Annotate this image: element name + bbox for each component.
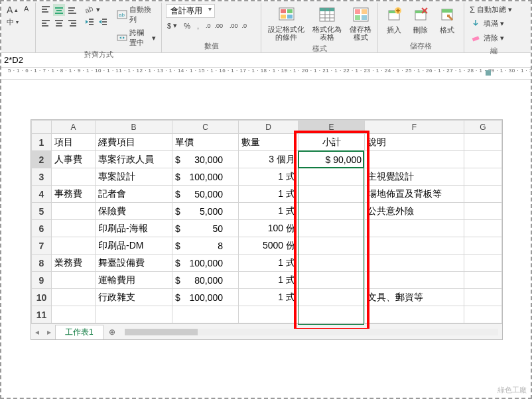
orientation-button[interactable]: ab▾ [84,4,109,15]
decrease-indent-icon[interactable] [84,16,96,28]
cell[interactable] [365,151,464,168]
format-as-table-button[interactable]: 格式化為 表格 [310,4,344,42]
cell-styles-button[interactable]: 儲存格 樣式 [347,4,374,42]
cell[interactable] [464,272,502,289]
cell[interactable] [299,255,365,272]
cell[interactable]: 1 式 [239,289,299,306]
cell[interactable]: 數量 [239,134,299,151]
table-row[interactable]: 10行政雜支$100,0001 式文具、郵資等 [32,289,502,306]
cell[interactable] [464,168,502,186]
cell[interactable]: 場地佈置及背板等 [365,186,464,203]
col-A[interactable]: A [52,121,96,134]
cell[interactable] [52,306,96,323]
grow-font-button[interactable]: A▴ [5,4,20,16]
cell[interactable]: 1 式 [239,272,299,289]
align-top-icon[interactable] [40,4,52,16]
cell[interactable]: 經費項目 [96,134,172,151]
cell[interactable]: $50 [172,220,239,237]
table-row[interactable]: 3專案設計$100,0001 式主視覺設計 [32,168,502,186]
align-middle-icon[interactable] [53,4,65,16]
column-headers[interactable]: A B C D E F G [32,121,502,134]
shrink-font-button[interactable]: A [23,4,30,13]
cell[interactable] [464,151,502,168]
cell[interactable]: 保險費 [96,203,172,220]
increase-indent-icon[interactable] [97,16,109,28]
cell[interactable]: 說明 [365,134,464,151]
cell[interactable]: 1 式 [239,186,299,203]
table-row[interactable]: 1項目經費項目單價數量小計說明 [32,134,502,151]
col-C[interactable]: C [172,121,239,134]
comma-button[interactable]: , [196,21,200,30]
cell[interactable]: $30,000 [172,151,239,168]
align-left-icon[interactable] [40,17,52,29]
row-header[interactable]: 6 [32,220,52,237]
table-row[interactable]: 8業務費舞臺設備費$100,0001 式 [32,255,502,272]
cell[interactable]: 文具、郵資等 [365,289,464,306]
format-button[interactable]: 格式 [435,4,459,36]
cell[interactable] [464,186,502,203]
cell[interactable]: 主視覺設計 [365,168,464,186]
tab-nav-prev[interactable]: ◂ [31,327,43,337]
cell[interactable] [299,272,365,289]
align-right-icon[interactable] [66,17,78,29]
cell[interactable] [52,168,96,186]
cell[interactable]: 印刷品-DM [96,237,172,255]
cell[interactable] [52,272,96,289]
cell[interactable]: 1 式 [239,203,299,220]
row-header[interactable]: 11 [32,306,52,323]
row-header[interactable]: 4 [32,186,52,203]
cell[interactable] [365,255,464,272]
select-all-corner[interactable] [32,121,52,134]
percent-button[interactable]: % [182,21,192,30]
col-D[interactable]: D [239,121,299,134]
cell[interactable]: $100,000 [172,289,239,306]
cell[interactable]: 1 式 [239,168,299,186]
autosum-button[interactable]: Σ自動加總 ▾ [468,4,513,15]
cell[interactable]: 100 份 [239,220,299,237]
row-header[interactable]: 9 [32,272,52,289]
tab-nav-next[interactable]: ▸ [43,327,55,337]
cell[interactable] [299,186,365,203]
table-row[interactable]: 4事務費記者會$50,0001 式場地佈置及背板等 [32,186,502,203]
scroll-thumb[interactable] [125,329,198,335]
cell[interactable]: $80,000 [172,272,239,289]
align-bottom-icon[interactable] [66,4,78,16]
cell[interactable]: 公共意外險 [365,203,464,220]
cell[interactable] [464,289,502,306]
cell[interactable]: $50,000 [172,186,239,203]
cell[interactable]: 行政雜支 [96,289,172,306]
cell[interactable] [464,134,502,151]
cell[interactable] [172,306,239,323]
cell[interactable]: 小計 [299,134,365,151]
insert-button[interactable]: 插入 [382,4,406,36]
cell[interactable] [365,272,464,289]
cell[interactable]: $100,000 [172,168,239,186]
sheet-tab-active[interactable]: 工作表1 [55,325,103,339]
row-header[interactable]: 5 [32,203,52,220]
merge-center-button[interactable]: 跨欄置中 ▾ [115,27,157,48]
cell[interactable] [464,237,502,255]
cell[interactable] [299,220,365,237]
cell[interactable] [52,203,96,220]
horizontal-scrollbar[interactable] [125,329,498,335]
row-header[interactable]: 8 [32,255,52,272]
increase-decimal-button[interactable]: .0.00 [204,22,224,30]
table-row[interactable]: 6印刷品-海報$50100 份 [32,220,502,237]
cell[interactable]: $5,000 [172,203,239,220]
cell[interactable] [365,220,464,237]
table-row[interactable]: 7印刷品-DM$85000 份 [32,237,502,255]
cell[interactable]: 運輸費用 [96,272,172,289]
col-E[interactable]: E [299,121,365,134]
cell[interactable]: 記者會 [96,186,172,203]
cell[interactable] [299,289,365,306]
cell[interactable] [464,203,502,220]
cell[interactable]: 專案行政人員 [96,151,172,168]
table-row[interactable]: 5保險費$5,0001 式公共意外險 [32,203,502,220]
cell[interactable] [52,220,96,237]
worksheet-grid[interactable]: A B C D E F G 1項目經費項目單價數量小計說明2人事費專案行政人員$… [31,120,502,323]
cell[interactable]: $8 [172,237,239,255]
cell[interactable]: 專案設計 [96,168,172,186]
delete-button[interactable]: 刪除 [409,4,432,36]
cell[interactable]: 單價 [172,134,239,151]
table-row[interactable]: 11 [32,306,502,323]
